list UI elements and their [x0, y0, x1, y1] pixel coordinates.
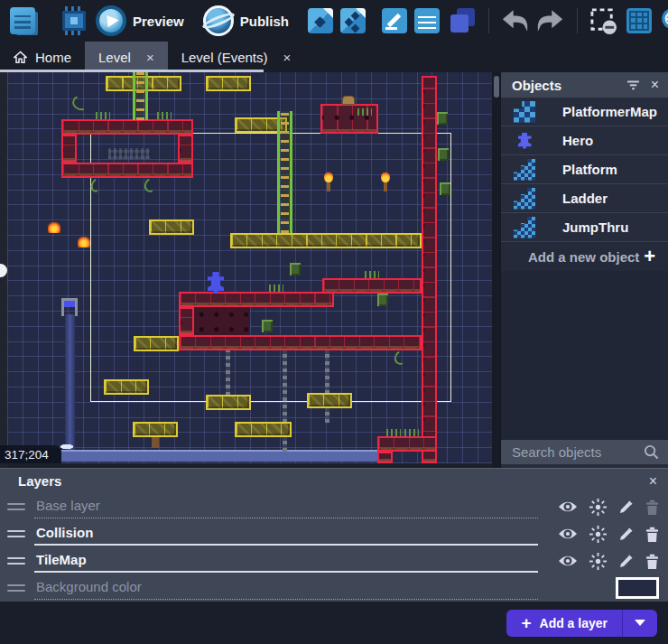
visibility-eye-icon[interactable] — [558, 527, 578, 541]
tile-grass[interactable] — [386, 429, 401, 436]
edit-pencil-icon[interactable] — [618, 527, 634, 542]
tile-crate[interactable] — [206, 76, 251, 91]
edit-pencil-icon[interactable] — [618, 499, 634, 515]
events-sheet-icon[interactable] — [412, 3, 442, 39]
tile-red_row[interactable] — [179, 335, 422, 350]
tile-vine[interactable] — [70, 93, 91, 113]
effects-sun-icon[interactable] — [589, 553, 607, 570]
scene-canvas[interactable] — [7, 72, 492, 463]
dropdown-arrow-icon[interactable] — [623, 610, 657, 637]
tile-crate[interactable] — [133, 422, 178, 437]
tile-grass[interactable] — [357, 108, 372, 116]
background-color-swatch[interactable] — [616, 577, 659, 599]
add-object-button[interactable]: Add a new object + — [501, 242, 668, 271]
tile-wf_src[interactable] — [61, 298, 78, 316]
edit-mode-icon[interactable] — [373, 3, 407, 39]
tile-torch[interactable] — [379, 173, 392, 191]
layer-name-field[interactable]: Collision — [34, 522, 538, 546]
tile-red_col[interactable] — [178, 135, 193, 163]
tab-close-icon[interactable]: × — [146, 50, 154, 65]
filter-icon[interactable] — [626, 80, 640, 90]
debugger-icon[interactable] — [42, 3, 86, 39]
tile-crate[interactable] — [104, 379, 149, 395]
tile-grass[interactable] — [365, 271, 379, 278]
visibility-eye-icon[interactable] — [558, 499, 578, 514]
effects-sun-icon[interactable] — [589, 526, 607, 543]
tile-crate[interactable] — [235, 422, 292, 437]
drag-handle-icon[interactable] — [7, 557, 25, 565]
tile-grass[interactable] — [269, 285, 283, 292]
tile-crate[interactable] — [206, 395, 251, 410]
layers-stack-icon[interactable] — [447, 3, 478, 39]
drag-handle-icon[interactable] — [7, 530, 25, 537]
effects-sun-icon[interactable] — [589, 499, 607, 516]
tile-ladder[interactable] — [133, 72, 148, 120]
tile-waterfall[interactable] — [65, 314, 75, 450]
tile-red_row[interactable] — [61, 163, 193, 178]
tile-deco[interactable] — [290, 263, 301, 275]
tile-grass[interactable] — [404, 429, 419, 436]
tile-water[interactable] — [61, 450, 379, 462]
tile-knob[interactable] — [342, 96, 355, 105]
zoom-1-1-icon[interactable]: 1:1 — [659, 3, 668, 39]
object-list-item-hero[interactable]: Hero — [501, 126, 668, 155]
grid-icon[interactable] — [624, 3, 654, 39]
object-list-item-jumpthru[interactable]: JumpThru — [501, 213, 668, 242]
canvas-vertical-scrollbar[interactable] — [492, 72, 500, 468]
tile-deco[interactable] — [437, 112, 448, 125]
object-groups-icon[interactable] — [338, 3, 368, 39]
tile-trunk[interactable] — [152, 437, 159, 448]
tile-grass[interactable] — [96, 112, 110, 119]
project-manager-icon[interactable] — [7, 3, 38, 39]
tile-flame[interactable] — [48, 222, 60, 233]
preview-play-icon[interactable] — [90, 3, 126, 39]
object-list-item-ladder[interactable]: Ladder — [501, 184, 668, 213]
scrollbar-thumb[interactable] — [494, 76, 499, 98]
tile-red_col[interactable] — [179, 307, 194, 335]
tile-chain[interactable] — [325, 350, 329, 423]
tab-home[interactable]: Home — [0, 42, 85, 72]
tile-torch[interactable] — [322, 173, 335, 191]
delete-trash-icon[interactable] — [645, 554, 659, 569]
undo-icon[interactable] — [500, 3, 531, 39]
tile-red_row[interactable] — [377, 436, 437, 452]
tile-deco[interactable] — [262, 320, 273, 332]
tile-crate[interactable] — [307, 393, 352, 408]
edit-pencil-icon[interactable] — [618, 554, 634, 569]
tile-grass[interactable] — [157, 112, 172, 119]
tab-level-events[interactable]: Level (Events) × — [168, 42, 305, 72]
redo-icon[interactable] — [535, 3, 566, 39]
tab-close-icon[interactable]: × — [283, 50, 292, 65]
tile-flame[interactable] — [78, 237, 90, 247]
add-layer-button[interactable]: + Add a layer — [506, 610, 657, 637]
scene-objects-icon[interactable] — [302, 3, 333, 39]
tile-ladder[interactable] — [277, 111, 292, 233]
visibility-eye-icon[interactable] — [558, 554, 578, 568]
tile-red_col[interactable] — [61, 135, 77, 163]
layer-name-field[interactable]: TileMap — [34, 549, 538, 573]
tile-crate[interactable] — [134, 336, 179, 351]
clear-selection-icon[interactable] — [589, 3, 619, 39]
search-objects-input[interactable]: Search objects — [501, 440, 668, 464]
tile-red_row[interactable] — [179, 292, 334, 307]
tile-crate[interactable] — [230, 233, 422, 248]
layer-name-field[interactable]: Base layer — [34, 495, 538, 518]
layer-name-field[interactable]: Background color — [34, 576, 538, 600]
close-icon[interactable]: × — [651, 77, 659, 93]
drag-handle-icon[interactable] — [7, 503, 25, 510]
delete-trash-icon[interactable] — [645, 527, 659, 542]
tile-red_fill[interactable] — [194, 307, 250, 335]
close-icon[interactable]: × — [649, 473, 657, 490]
object-list-item-platformermap[interactable]: PlatformerMap — [501, 98, 668, 126]
tile-crate[interactable] — [149, 219, 194, 235]
tile-red_col[interactable] — [422, 76, 437, 463]
tile-red_col[interactable] — [377, 452, 393, 463]
drag-handle-icon[interactable] — [7, 584, 25, 592]
tile-deco[interactable] — [440, 182, 450, 195]
object-list-item-platform[interactable]: Platform — [501, 155, 668, 184]
tile-red_row[interactable] — [61, 119, 193, 135]
tile-deco[interactable] — [438, 148, 449, 161]
publish-globe-icon[interactable] — [198, 3, 234, 39]
tile-deco[interactable] — [377, 294, 388, 306]
tab-level[interactable]: Level × — [85, 42, 168, 72]
